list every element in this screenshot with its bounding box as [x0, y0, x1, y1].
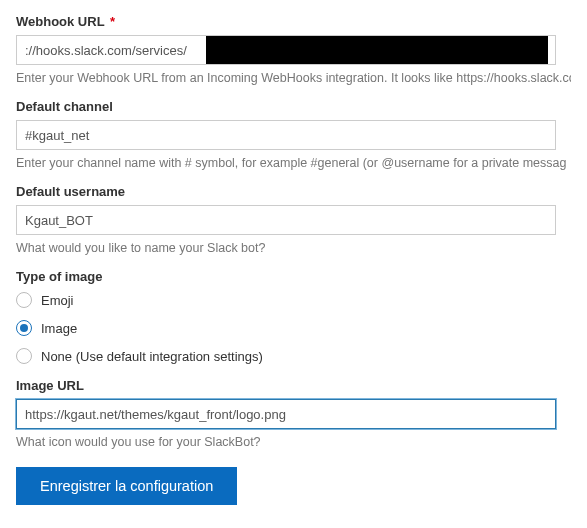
radio-emoji-label: Emoji: [41, 293, 74, 308]
required-mark: *: [110, 14, 115, 29]
radio-image-indicator: [16, 320, 32, 336]
help-default-channel: Enter your channel name with # symbol, f…: [16, 156, 571, 170]
help-webhook-url: Enter your Webhook URL from an Incoming …: [16, 71, 571, 85]
radio-image-label: Image: [41, 321, 77, 336]
label-webhook-url-text: Webhook URL: [16, 14, 104, 29]
label-default-username: Default username: [16, 184, 571, 199]
help-image-url: What icon would you use for your SlackBo…: [16, 435, 571, 449]
default-username-input[interactable]: [16, 205, 556, 235]
label-webhook-url: Webhook URL *: [16, 14, 571, 29]
radio-none-label: None (Use default integration settings): [41, 349, 263, 364]
label-image-url: Image URL: [16, 378, 571, 393]
radio-emoji-indicator: [16, 292, 32, 308]
label-default-channel: Default channel: [16, 99, 571, 114]
label-image-type: Type of image: [16, 269, 571, 284]
default-channel-input[interactable]: [16, 120, 556, 150]
webhook-url-input[interactable]: [16, 35, 556, 65]
field-image-type: Type of image Emoji Image None (Use defa…: [16, 269, 571, 364]
radio-none-indicator: [16, 348, 32, 364]
webhook-input-wrap: [16, 35, 556, 65]
help-default-username: What would you like to name your Slack b…: [16, 241, 571, 255]
radio-option-emoji[interactable]: Emoji: [16, 292, 571, 308]
image-url-input[interactable]: [16, 399, 556, 429]
radio-option-image[interactable]: Image: [16, 320, 571, 336]
radio-option-none[interactable]: None (Use default integration settings): [16, 348, 571, 364]
field-default-channel: Default channel Enter your channel name …: [16, 99, 571, 170]
save-configuration-button[interactable]: Enregistrer la configuration: [16, 467, 237, 505]
image-type-radios: Emoji Image None (Use default integratio…: [16, 292, 571, 364]
field-image-url: Image URL What icon would you use for yo…: [16, 378, 571, 449]
field-webhook-url: Webhook URL * Enter your Webhook URL fro…: [16, 14, 571, 85]
field-default-username: Default username What would you like to …: [16, 184, 571, 255]
